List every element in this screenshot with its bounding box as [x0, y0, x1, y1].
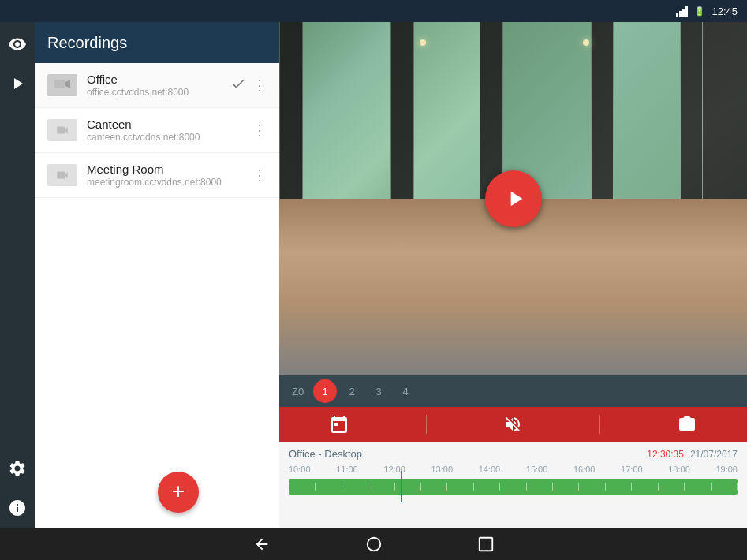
- sidebar-item-live[interactable]: [3, 30, 32, 58]
- camera-more-meeting-room[interactable]: ⋮: [252, 166, 267, 184]
- tick-13: [605, 483, 606, 491]
- hour-18: 18:00: [668, 465, 690, 474]
- mute-button[interactable]: [480, 415, 546, 434]
- action-divider-1: [426, 415, 427, 434]
- tick-4: [368, 483, 368, 491]
- sidebar-item-recordings[interactable]: [3, 69, 32, 98]
- zone-item-3[interactable]: 3: [367, 379, 390, 403]
- camera-item-canteen[interactable]: Canteen canteen.cctvddns.net:8000 ⋮: [35, 108, 279, 153]
- tick-14: [631, 483, 632, 491]
- zone-label: Z0: [292, 386, 304, 398]
- add-camera-button[interactable]: +: [158, 472, 199, 513]
- camera-info-meeting-room: Meeting Room meetingroom.cctvddns.net:80…: [87, 162, 252, 188]
- tick-16: [684, 483, 685, 491]
- battery-icon: 🔋: [694, 6, 705, 17]
- camera-thumb-office: [47, 74, 77, 96]
- tick-3: [342, 483, 342, 491]
- video-area: [279, 22, 747, 375]
- tick-2: [315, 483, 316, 491]
- recordings-title: Recordings: [47, 34, 127, 52]
- camera-thumb-meeting-room: [47, 164, 77, 186]
- timeline-label: Office - Desktop: [289, 448, 362, 460]
- recents-button[interactable]: [477, 536, 495, 553]
- hour-16: 16:00: [573, 465, 596, 474]
- camera-url-meeting-room: meetingroom.cctvddns.net:8000: [87, 177, 252, 188]
- camera-check-office: [230, 76, 246, 95]
- tick-5: [394, 483, 395, 491]
- tick-10: [526, 483, 527, 491]
- hour-15: 15:00: [526, 465, 548, 474]
- tick-18: [737, 483, 738, 491]
- timeline-track[interactable]: [289, 479, 738, 495]
- timeline-area: Office - Desktop 12:30:35 21/07/2017 10:…: [279, 442, 747, 528]
- calendar-button[interactable]: [306, 415, 372, 434]
- camera-name-canteen: Canteen: [87, 118, 252, 131]
- add-icon: +: [172, 480, 185, 502]
- camera-url-office: office.cctvddns.net:8000: [87, 87, 230, 98]
- timeline-hours: 10:00 11:00 12:00 13:00 14:00 15:00 16:0…: [289, 465, 738, 477]
- hour-14: 14:00: [479, 465, 501, 474]
- main-content: Z0 1 2 3 4: [279, 22, 747, 528]
- camera-info-office: Office office.cctvddns.net:8000: [87, 73, 230, 98]
- snapshot-button[interactable]: [654, 415, 720, 434]
- sidebar: [0, 22, 35, 528]
- tick-7: [446, 483, 447, 491]
- zone-bar: Z0 1 2 3 4: [279, 375, 747, 407]
- svg-marker-1: [65, 80, 70, 88]
- hour-17: 17:00: [621, 465, 643, 474]
- camera-more-office[interactable]: ⋮: [252, 77, 267, 94]
- sidebar-item-info[interactable]: [3, 494, 32, 522]
- camera-info-canteen: Canteen canteen.cctvddns.net:8000: [87, 118, 252, 143]
- camera-url-canteen: canteen.cctvddns.net:8000: [87, 132, 252, 143]
- camera-item-meeting-room[interactable]: Meeting Room meetingroom.cctvddns.net:80…: [35, 153, 279, 198]
- status-bar: 🔋 12:45: [0, 0, 747, 22]
- tick-11: [552, 483, 553, 491]
- camera-item-office[interactable]: Office office.cctvddns.net:8000 ⋮: [35, 63, 279, 108]
- tick-1: [289, 483, 289, 491]
- svg-rect-0: [54, 80, 65, 88]
- tick-12: [578, 483, 579, 491]
- hour-13: 13:00: [431, 465, 453, 474]
- zone-item-2[interactable]: 2: [340, 379, 364, 403]
- play-button[interactable]: [485, 170, 542, 227]
- status-time: 12:45: [712, 6, 738, 17]
- signal-icon: [676, 6, 688, 17]
- svg-point-2: [367, 538, 380, 551]
- back-button[interactable]: [253, 536, 271, 553]
- time-label-overlay: 12:30:35 21/07/2017: [647, 449, 738, 461]
- action-bar: [279, 407, 747, 442]
- home-button[interactable]: [365, 536, 383, 553]
- timeline-date: 21/07/2017: [690, 449, 738, 460]
- camera-list: Recordings Office office.cctvddns.net:80…: [35, 22, 279, 528]
- hour-19: 19:00: [715, 465, 738, 474]
- tick-15: [658, 483, 659, 491]
- camera-list-header: Recordings: [35, 22, 279, 63]
- timeline-ticks: [289, 479, 738, 495]
- tick-8: [473, 483, 474, 491]
- tick-9: [499, 483, 500, 491]
- sidebar-item-settings[interactable]: [3, 454, 32, 483]
- camera-name-meeting-room: Meeting Room: [87, 162, 252, 176]
- timeline-cursor: [401, 471, 402, 502]
- hour-10: 10:00: [289, 465, 311, 474]
- timeline-time: 12:30:35: [647, 449, 684, 460]
- camera-thumb-canteen: [47, 119, 77, 141]
- tick-17: [711, 483, 712, 491]
- action-divider-2: [599, 415, 600, 434]
- hour-11: 11:00: [336, 465, 358, 474]
- camera-more-canteen[interactable]: ⋮: [252, 121, 267, 139]
- tick-6: [420, 483, 421, 491]
- zone-item-4[interactable]: 4: [394, 379, 417, 403]
- zone-item-1[interactable]: 1: [313, 379, 337, 403]
- bottom-nav: [0, 528, 747, 560]
- camera-name-office: Office: [87, 73, 230, 86]
- svg-rect-3: [479, 538, 492, 551]
- timeline-recording-bar: [289, 479, 738, 495]
